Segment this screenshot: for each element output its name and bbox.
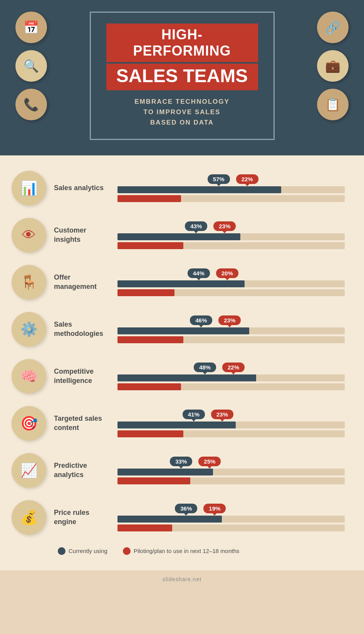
badge-dark-customer-insights: 43%: [185, 221, 207, 231]
red-fill-sales-methodologies: [117, 336, 183, 343]
dark-fill-offer-management: [117, 280, 245, 287]
icon-offer-management: 🪑: [12, 265, 46, 300]
icon-competitive-intelligence: 🧠: [12, 359, 46, 394]
red-track-targeted-sales-content: [117, 430, 345, 437]
badges-offer-management: 44%20%: [117, 268, 345, 278]
legend-red-dot: [123, 547, 131, 555]
badges-sales-methodologies: 46%23%: [117, 315, 345, 325]
red-track-sales-methodologies: [117, 336, 345, 343]
red-track-predictive-analytics: [117, 477, 345, 484]
label-targeted-sales-content: Targeted sales content: [54, 414, 114, 432]
dark-fill-customer-insights: [117, 233, 240, 240]
dark-fill-sales-analytics: [117, 186, 281, 193]
badges-price-rules-engine: 36%19%: [117, 504, 345, 513]
dark-fill-sales-methodologies: [117, 327, 249, 334]
dark-track-competitive-intelligence: [117, 374, 345, 381]
label-sales-analytics: Sales analytics: [54, 184, 114, 192]
red-track-price-rules-engine: [117, 524, 345, 531]
badge-dark-offer-management: 44%: [188, 268, 210, 278]
legend-piloting: Piloting/plan to use in next 12–18 month…: [123, 547, 239, 555]
dark-fill-price-rules-engine: [117, 516, 222, 523]
icon-targeted-sales-content: 🎯: [12, 406, 46, 441]
chart-row-offer-management: 🪑Offer management44%20%: [12, 265, 345, 300]
bars-price-rules-engine: [117, 516, 345, 531]
red-track-sales-analytics: [117, 195, 345, 202]
badges-targeted-sales-content: 41%23%: [117, 410, 345, 419]
source-label: slideshare.net: [163, 576, 201, 582]
chart-targeted-sales-content: 41%23%: [117, 410, 345, 437]
chart-row-price-rules-engine: 💰Price rules engine36%19%: [12, 500, 345, 535]
chart-customer-insights: 43%23%: [117, 221, 345, 249]
chart-predictive-analytics: 33%25%: [117, 457, 345, 484]
badge-dark-sales-analytics: 57%: [208, 174, 230, 184]
chart-sales-analytics: 57%22%: [117, 174, 345, 202]
dark-track-customer-insights: [117, 233, 345, 240]
badge-red-predictive-analytics: 25%: [198, 457, 221, 466]
dark-fill-competitive-intelligence: [117, 374, 256, 381]
bars-customer-insights: [117, 233, 345, 249]
label-sales-methodologies: Sales methodologies: [54, 320, 114, 338]
label-offer-management: Offer management: [54, 273, 114, 291]
legend-currently-using: Currently using: [58, 547, 107, 555]
legend: Currently using Piloting/plan to use in …: [12, 547, 345, 555]
badge-red-offer-management: 20%: [216, 268, 238, 278]
badge-red-sales-methodologies: 23%: [218, 315, 241, 325]
chart-offer-management: 44%20%: [117, 268, 345, 296]
legend-red-label: Piloting/plan to use in next 12–18 month…: [134, 548, 239, 554]
red-fill-competitive-intelligence: [117, 383, 181, 390]
label-customer-insights: Customer insights: [54, 226, 114, 244]
badges-sales-analytics: 57%22%: [117, 174, 345, 184]
badge-dark-competitive-intelligence: 48%: [194, 363, 216, 372]
bars-offer-management: [117, 280, 345, 296]
dark-track-offer-management: [117, 280, 345, 287]
bars-sales-analytics: [117, 186, 345, 202]
chart-price-rules-engine: 36%19%: [117, 504, 345, 531]
phone-icon: 📞: [15, 89, 47, 120]
label-predictive-analytics: Predictive analytics: [54, 461, 114, 479]
red-fill-customer-insights: [117, 242, 183, 249]
red-track-competitive-intelligence: [117, 383, 345, 390]
chart-container: 📊Sales analytics57%22%👁Customer insights…: [12, 171, 345, 535]
header-icons-right: 🔗 💼 📋: [317, 12, 349, 120]
briefcase-icon: 💼: [317, 50, 349, 82]
badge-dark-predictive-analytics: 33%: [170, 457, 192, 466]
legend-dark-dot: [58, 547, 65, 555]
badge-red-competitive-intelligence: 22%: [222, 363, 245, 372]
badge-dark-price-rules-engine: 36%: [175, 504, 197, 513]
title-line2: SALES TEAMS: [106, 64, 258, 90]
icon-sales-analytics: 📊: [12, 171, 46, 206]
badge-dark-targeted-sales-content: 41%: [183, 410, 205, 419]
legend-dark-label: Currently using: [69, 548, 107, 554]
chart-row-customer-insights: 👁Customer insights43%23%: [12, 218, 345, 253]
chart-sales-methodologies: 46%23%: [117, 315, 345, 343]
chart-row-competitive-intelligence: 🧠Competitive intelligence48%22%: [12, 359, 345, 394]
dark-fill-targeted-sales-content: [117, 422, 236, 428]
icon-customer-insights: 👁: [12, 218, 46, 253]
red-fill-targeted-sales-content: [117, 430, 183, 437]
label-competitive-intelligence: Competitive intelligence: [54, 367, 114, 385]
network-icon: 🔗: [317, 12, 349, 43]
red-track-customer-insights: [117, 242, 345, 249]
red-fill-price-rules-engine: [117, 524, 172, 531]
bars-targeted-sales-content: [117, 422, 345, 437]
badges-competitive-intelligence: 48%22%: [117, 363, 345, 372]
red-fill-offer-management: [117, 289, 174, 296]
badge-red-price-rules-engine: 19%: [203, 504, 226, 513]
badge-red-customer-insights: 23%: [213, 221, 236, 231]
dark-fill-predictive-analytics: [117, 469, 213, 475]
badge-red-targeted-sales-content: 23%: [211, 410, 233, 419]
title-line1: HIGH-PERFORMING: [106, 24, 258, 62]
chart-row-sales-methodologies: ⚙️Sales methodologies46%23%: [12, 312, 345, 347]
chart-row-predictive-analytics: 📈Predictive analytics33%25%: [12, 453, 345, 488]
calendar-icon: 📅: [15, 12, 47, 43]
red-track-offer-management: [117, 289, 345, 296]
icon-price-rules-engine: 💰: [12, 500, 46, 535]
red-fill-sales-analytics: [117, 195, 181, 202]
document-search-icon: 🔍: [15, 50, 47, 82]
chart-row-sales-analytics: 📊Sales analytics57%22%: [12, 171, 345, 206]
bars-competitive-intelligence: [117, 374, 345, 390]
bars-sales-methodologies: [117, 327, 345, 343]
icon-sales-methodologies: ⚙️: [12, 312, 46, 347]
chart-row-targeted-sales-content: 🎯Targeted sales content41%23%: [12, 406, 345, 441]
dark-track-sales-methodologies: [117, 327, 345, 334]
